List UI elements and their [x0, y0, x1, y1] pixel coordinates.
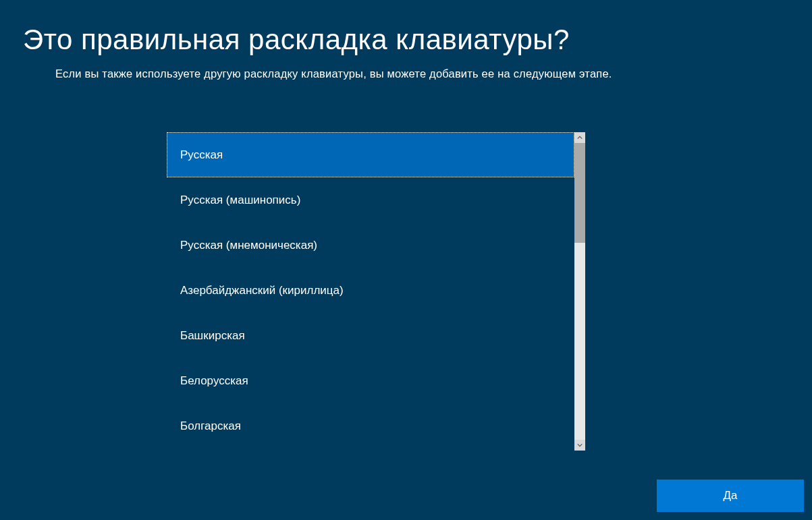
page-title: Это правильная раскладка клавиатуры? [0, 0, 812, 55]
oobe-keyboard-layout-page: Это правильная раскладка клавиатуры? Есл… [0, 0, 812, 520]
keyboard-layout-list: РусскаяРусская (машинопись)Русская (мнем… [167, 132, 574, 451]
list-item[interactable]: Болгарская [167, 403, 574, 449]
list-item-label: Русская [180, 148, 223, 162]
scrollbar-thumb[interactable] [574, 143, 585, 243]
yes-button[interactable]: Да [657, 480, 804, 512]
list-item[interactable]: Русская [167, 132, 574, 177]
list-item-label: Русская (машинопись) [180, 194, 300, 207]
list-item[interactable]: Белорусская [167, 358, 574, 403]
list-item-label: Болгарская [180, 420, 241, 433]
list-item-label: Русская (мнемоническая) [180, 239, 317, 252]
list-item-label: Азербайджанский (кириллица) [180, 284, 344, 297]
list-item[interactable]: Азербайджанский (кириллица) [167, 268, 574, 313]
scroll-up-button[interactable] [574, 132, 585, 143]
list-item-label: Башкирская [180, 329, 245, 343]
keyboard-layout-listbox: РусскаяРусская (машинопись)Русская (мнем… [167, 132, 585, 451]
scrollbar[interactable] [574, 132, 585, 451]
scroll-down-button[interactable] [574, 440, 585, 451]
chevron-up-icon [577, 135, 583, 140]
list-item-label: Белорусская [180, 374, 248, 388]
list-item[interactable]: Башкирская [167, 313, 574, 358]
list-item[interactable]: Русская (мнемоническая) [167, 223, 574, 268]
page-subtitle: Если вы также используете другую расклад… [0, 55, 812, 80]
list-item[interactable]: Русская (машинопись) [167, 177, 574, 223]
chevron-down-icon [577, 442, 583, 448]
